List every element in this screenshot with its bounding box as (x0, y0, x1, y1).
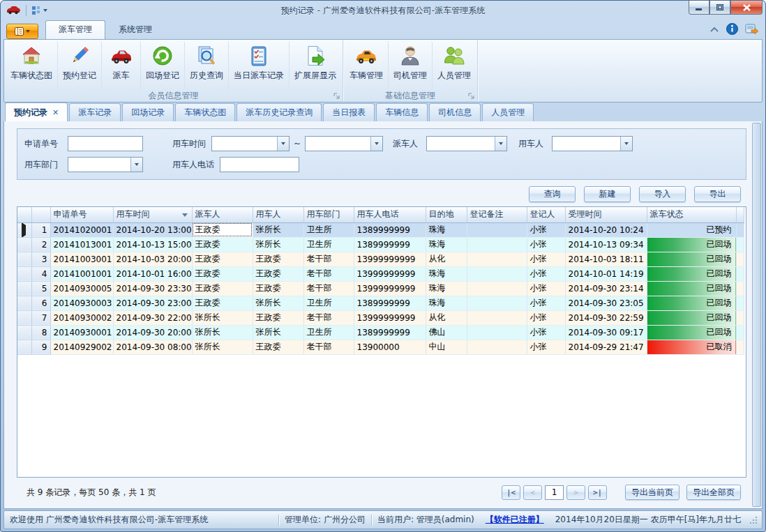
cell-accept_time[interactable]: 2014-10-20 10:24 (565, 222, 647, 237)
cell-phone[interactable]: 13999999999 (354, 266, 426, 281)
ribbon-button[interactable]: 预约登记 (58, 41, 102, 89)
table-row[interactable]: 7201409300022014-09-30 22:00张所长王政委老干部139… (17, 310, 744, 325)
cell-registrar[interactable]: 小张 (527, 325, 565, 340)
cell-order_no[interactable]: 20140930002 (50, 310, 113, 325)
cell-registrar[interactable]: 小张 (527, 281, 565, 296)
ribbon-button[interactable]: 历史查询 (185, 41, 229, 89)
cell-note[interactable] (467, 340, 527, 354)
cell-use_time[interactable]: 2014-09-30 23:30 (113, 281, 192, 296)
cell-accept_time[interactable]: 2014-10-13 09:34 (565, 237, 647, 252)
cell-note[interactable] (467, 325, 527, 340)
cell-dispatcher[interactable]: 张所长 (192, 325, 253, 340)
cell-status[interactable]: 已回场 (647, 325, 736, 340)
cell-registrar[interactable]: 小张 (527, 296, 565, 310)
cell-dispatcher[interactable]: 王政委 (192, 296, 253, 310)
query-button[interactable]: 查询 (529, 186, 576, 202)
cell-dispatcher[interactable]: 王政委 (192, 252, 253, 266)
cell-registrar[interactable]: 小张 (527, 252, 565, 266)
cell-dest[interactable]: 中山 (426, 340, 467, 354)
cell-user[interactable]: 王政委 (253, 252, 303, 266)
cell-order_no[interactable]: 20141013001 (50, 237, 113, 252)
cell-accept_time[interactable]: 2014-09-30 23:14 (565, 281, 647, 296)
cell-user[interactable]: 张所长 (253, 237, 303, 252)
ribbon-button[interactable]: 司机管理 (389, 41, 433, 89)
table-row[interactable]: 6201409300032014-09-30 23:00王政委张所长卫生所138… (17, 296, 744, 310)
cell-use_time[interactable]: 2014-10-01 16:00 (113, 266, 192, 281)
table-row[interactable]: 8201409300012014-09-30 20:00张所长张所长卫生所138… (17, 325, 744, 340)
table-row[interactable]: 9201409290022014-09-30 08:00张所长王政委老干部139… (17, 340, 744, 354)
cell-phone[interactable]: 13999999999 (354, 252, 426, 266)
cell-order_no[interactable]: 20140929002 (50, 340, 113, 354)
cell-note[interactable] (467, 281, 527, 296)
cell-registrar[interactable]: 小张 (527, 237, 565, 252)
restore-button[interactable] (709, 1, 730, 15)
doc-tab[interactable]: 回场记录 (122, 103, 174, 121)
close-button[interactable] (730, 1, 763, 15)
cell-use_time[interactable]: 2014-09-30 23:00 (113, 296, 192, 310)
cell-user[interactable]: 王政委 (253, 310, 303, 325)
cell-phone[interactable]: 1389999999 (354, 296, 426, 310)
dept-combo[interactable] (68, 157, 143, 172)
cell-status[interactable]: 已回场 (647, 252, 736, 266)
table-row[interactable]: 4201410010012014-10-01 16:00王政委王政委老干部139… (17, 266, 744, 281)
cell-use_time[interactable]: 2014-09-30 20:00 (113, 325, 192, 340)
cell-dispatcher[interactable]: 张所长 (192, 310, 253, 325)
dispatcher-combo[interactable] (426, 136, 507, 151)
column-header[interactable]: 用车人电话 (354, 207, 426, 222)
cell-note[interactable] (467, 266, 527, 281)
cell-status[interactable]: 已回场 (647, 296, 736, 310)
column-header[interactable]: 用车时间 (113, 207, 192, 222)
quick-access-toolbar-button[interactable] (29, 5, 50, 16)
doc-tab[interactable]: 司机信息 (429, 103, 481, 121)
table-row[interactable]: 2201410130012014-10-13 15:00王政委张所长卫生所138… (17, 237, 744, 252)
cell-dispatcher[interactable]: 王政委 (192, 237, 253, 252)
table-row[interactable]: 3201410030012014-10-03 20:00王政委王政委老干部139… (17, 252, 744, 266)
cell-dept[interactable]: 老干部 (303, 340, 354, 354)
ribbon-tab-inactive[interactable]: 系统管理 (105, 20, 165, 39)
cell-status[interactable]: 已回场 (647, 266, 736, 281)
phone-input[interactable] (220, 157, 299, 172)
cell-dest[interactable]: 珠海 (426, 266, 467, 281)
cell-status[interactable]: 已回场 (647, 237, 736, 252)
order-no-input[interactable] (68, 136, 143, 151)
cell-dept[interactable]: 卫生所 (303, 325, 354, 340)
cell-dest[interactable]: 佛山 (426, 325, 467, 340)
dialog-launcher-icon[interactable] (467, 91, 475, 100)
cell-dept[interactable]: 老干部 (303, 252, 354, 266)
cell-use_time[interactable]: 2014-09-30 08:00 (113, 340, 192, 354)
import-button[interactable]: 导入 (639, 186, 686, 202)
doc-tab[interactable]: 人员管理 (482, 103, 534, 121)
cell-accept_time[interactable]: 2014-09-30 09:17 (565, 325, 647, 340)
chevron-down-icon[interactable] (130, 158, 142, 172)
column-header-row-indicator[interactable] (17, 207, 31, 222)
cell-note[interactable] (467, 237, 527, 252)
column-header[interactable]: 用车部门 (303, 207, 354, 222)
ribbon-button[interactable]: 派车 (102, 41, 141, 89)
cell-note[interactable] (467, 296, 527, 310)
cell-dest[interactable]: 从化 (426, 252, 467, 266)
doc-tab[interactable]: 车辆状态图 (175, 103, 235, 121)
cell-use_time[interactable]: 2014-10-20 13:00 (113, 222, 192, 237)
cell-status[interactable]: 已回场 (647, 310, 736, 325)
column-header[interactable]: 登记人 (527, 207, 565, 222)
prev-page-button[interactable]: < (523, 485, 542, 500)
cell-registrar[interactable]: 小张 (527, 222, 565, 237)
cell-dept[interactable]: 卫生所 (303, 222, 354, 237)
ribbon-tab-active[interactable]: 派车管理 (45, 20, 105, 39)
column-header[interactable]: 用车人 (253, 207, 303, 222)
page-number-input[interactable] (545, 485, 564, 500)
chevron-down-icon[interactable] (495, 137, 506, 151)
chevron-down-icon[interactable] (620, 137, 632, 151)
doc-tab[interactable]: 当日报表 (323, 103, 375, 121)
new-button[interactable]: 新建 (584, 186, 631, 202)
cell-note[interactable] (467, 222, 527, 237)
cell-registrar[interactable]: 小张 (527, 266, 565, 281)
cell-use_time[interactable]: 2014-10-03 20:00 (113, 252, 192, 266)
cell-status[interactable]: 已取消 (647, 340, 736, 354)
cell-dispatcher[interactable]: 王政委 (192, 266, 253, 281)
first-page-button[interactable]: |< (502, 485, 520, 500)
column-header[interactable]: 受理时间 (565, 207, 647, 222)
doc-tab[interactable]: 预约记录✕ (5, 102, 68, 121)
cell-phone[interactable]: 13900000 (354, 340, 426, 354)
table-row[interactable]: 5201409300052014-09-30 23:30王政委王政委老干部139… (17, 281, 744, 296)
